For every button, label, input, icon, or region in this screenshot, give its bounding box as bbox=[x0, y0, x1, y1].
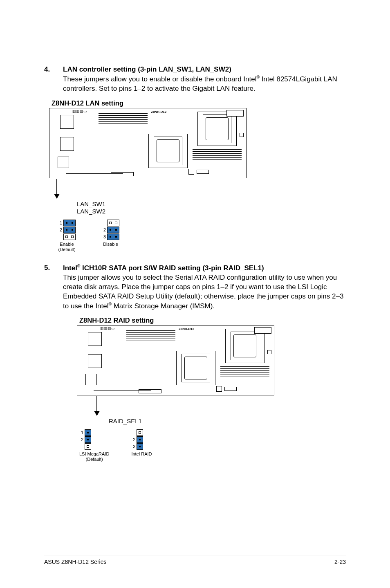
pin-label-2: 2 bbox=[58, 227, 62, 232]
pin-label-2b: 2 bbox=[102, 227, 106, 232]
lan-sw2-label: LAN_SW2 bbox=[77, 208, 346, 215]
section5-heading-post: ICH10R SATA port S/W RAID setting (3-pin… bbox=[80, 264, 264, 272]
raid-lsi-caption: LSI MegaRAID bbox=[79, 451, 109, 457]
lan-jumper-labels: LAN_SW1 LAN_SW2 bbox=[77, 200, 346, 216]
footer-left: ASUS Z8NH-D12 Series bbox=[44, 559, 107, 565]
raid-intel-caption: Intel RAID bbox=[131, 451, 152, 457]
section4-number: 4. bbox=[44, 65, 63, 74]
section5-body-sup: ® bbox=[109, 302, 112, 306]
raid-intel-option: 2 3 Intel RAID bbox=[131, 429, 152, 462]
lan-sw1-label: LAN_SW1 bbox=[77, 200, 346, 208]
raid-pin-label-2b: 2 bbox=[131, 437, 135, 442]
section5-body: This jumper allows you to select the Ser… bbox=[63, 273, 346, 311]
section5-heading: Intel® ICH10R SATA port S/W RAID setting… bbox=[63, 264, 264, 272]
lan-enable-option: 1 2 Enable (Default) bbox=[58, 220, 76, 252]
section-raid: 5. Intel® ICH10R SATA port S/W RAID sett… bbox=[44, 264, 346, 462]
raid-diagram: Z8NH-D12 RAID setting ▥▥▥▭ Z8NH-D12 bbox=[77, 316, 346, 462]
pin-label-1: 1 bbox=[58, 220, 62, 225]
section5-number: 5. bbox=[44, 264, 63, 272]
section4-body-pre: These jumpers allow you to enable or dis… bbox=[63, 75, 256, 83]
lan-pointer-arrow bbox=[54, 179, 346, 199]
raid-pointer-arrow bbox=[94, 396, 346, 416]
lan-board-label: Z8NH-D12 bbox=[151, 110, 166, 114]
board-io-icon: ▥▥▥▭ bbox=[72, 109, 87, 113]
section4-heading: LAN controller setting (3-pin LAN_SW1, L… bbox=[63, 65, 231, 74]
section-lan: 4. LAN controller setting (3-pin LAN_SW1… bbox=[44, 65, 346, 252]
raid-sel1-label: RAID_SEL1 bbox=[109, 417, 346, 425]
raid-pin-label-2: 2 bbox=[79, 437, 83, 442]
lan-diagram: Z8NH-D12 LAN setting ▥▥▥▭ Z8NH-D12 bbox=[49, 99, 346, 253]
section4-body: These jumpers allow you to enable or dis… bbox=[63, 74, 346, 94]
raid-board-label: Z8NH-D12 bbox=[179, 327, 194, 331]
raid-pin-label-3: 3 bbox=[131, 444, 135, 449]
raid-default-caption: (Default) bbox=[79, 457, 109, 462]
raid-pin-label-1: 1 bbox=[79, 430, 83, 435]
section5-heading-pre: Intel bbox=[63, 264, 77, 272]
footer-right: 2-23 bbox=[334, 559, 346, 565]
section5-body-post: Matrix Storage Manager (IMSM). bbox=[112, 302, 215, 310]
raid-lsi-option: 1 2 LSI MegaRAID (Default) bbox=[79, 429, 109, 462]
lan-disable-option: 2 3 Disable bbox=[102, 220, 119, 252]
page-footer: ASUS Z8NH-D12 Series 2-23 bbox=[44, 556, 346, 565]
board-io-icon-2: ▥▥▥▭ bbox=[100, 326, 115, 330]
lan-disable-caption: Disable bbox=[102, 242, 119, 247]
lan-board-illustration: ▥▥▥▭ Z8NH-D12 bbox=[49, 108, 247, 178]
raid-diagram-title: Z8NH-D12 RAID setting bbox=[79, 316, 346, 324]
pin-label-3: 3 bbox=[102, 234, 106, 239]
lan-default-caption: (Default) bbox=[58, 247, 76, 252]
lan-diagram-title: Z8NH-D12 LAN setting bbox=[52, 99, 346, 107]
raid-board-illustration: ▥▥▥▭ Z8NH-D12 bbox=[77, 325, 274, 395]
lan-enable-caption: Enable bbox=[58, 242, 76, 247]
section4-body-sup: ® bbox=[256, 75, 259, 79]
